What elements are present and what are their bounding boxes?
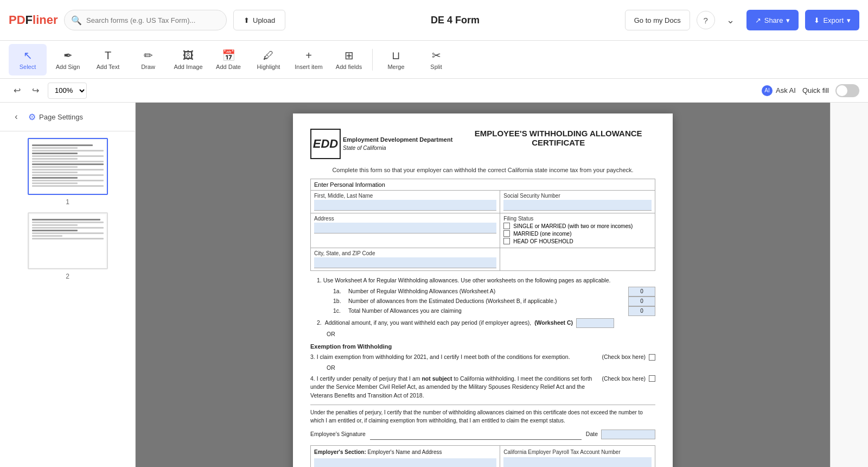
pdf-area[interactable]: EDD Employment Development Department St… (136, 103, 830, 467)
add-fields-icon: ⊞ (344, 49, 354, 62)
city-label: City, State, and ZIP Code (314, 250, 496, 256)
sidebar: ‹ ⚙ Page Settings (0, 103, 136, 467)
select-icon: ↖ (23, 49, 33, 62)
employer-section-label: Employer's Section: Employer's Name and … (314, 448, 496, 456)
bottom-right-toolbar: AI Ask AI Quick fill (762, 84, 859, 97)
search-icon: 🔍 (71, 15, 82, 26)
insert-item-icon: + (305, 49, 312, 62)
form-body: 1. Use Worksheet A for Regular Withholdi… (310, 276, 655, 467)
add-fields-button[interactable]: ⊞ Add fields (330, 44, 368, 75)
filing-married-checkbox[interactable] (503, 230, 510, 237)
filing-single-row: SINGLE or MARRIED (with two or more inco… (503, 223, 652, 229)
logo: PDFliner (9, 10, 58, 30)
split-button[interactable]: ✂ Split (417, 44, 455, 75)
item1c-input[interactable]: 0 (628, 306, 655, 316)
item3-checkbox[interactable] (649, 354, 655, 361)
topbar-right: Go to my Docs ? ⌄ ↗ Share ▾ ⬇ Export ▾ (625, 10, 859, 30)
ssn-input[interactable] (503, 200, 652, 211)
draw-button[interactable]: ✏ Draw (129, 44, 167, 75)
highlight-icon: 🖊 (263, 49, 274, 62)
search-input[interactable] (86, 16, 220, 24)
doc-title: DE 4 Form (292, 15, 618, 26)
ssn-label: Social Security Number (503, 193, 652, 199)
topbar: PDFliner 🔍 ⬆ Upload DE 4 Form Go to my D… (0, 0, 868, 41)
employer-name-input[interactable] (314, 458, 496, 467)
signature-row: Employee's Signature Date (310, 429, 655, 440)
item2-input[interactable] (576, 318, 614, 328)
upload-button[interactable]: ⬆ Upload (233, 10, 285, 30)
add-sign-button[interactable]: ✒ Add Sign (49, 44, 87, 75)
toolbar: ↖ Select ✒ Add Sign T Add Text ✏ Draw 🖼 … (0, 41, 868, 79)
date-label: Date (586, 430, 598, 439)
filing-single-checkbox[interactable] (503, 223, 510, 229)
select-tool-button[interactable]: ↖ Select (9, 44, 47, 75)
draw-icon: ✏ (144, 49, 153, 62)
item3-check-area: (Check box here) (602, 353, 655, 362)
search-box[interactable]: 🔍 (64, 10, 227, 30)
filing-single-label: SINGLE or MARRIED (with two or more inco… (513, 223, 633, 229)
export-button[interactable]: ⬇ Export ▾ (805, 10, 859, 30)
address-input[interactable] (314, 223, 496, 234)
insert-item-button[interactable]: + Insert item (290, 44, 328, 75)
merge-button[interactable]: ⊔ Merge (377, 44, 415, 75)
sig-line[interactable] (370, 429, 582, 440)
address-label: Address (314, 216, 496, 222)
expand-button[interactable]: ⌄ (722, 11, 740, 29)
edd-logo-box: EDD (310, 129, 341, 159)
item3-or: OR (327, 364, 655, 373)
personal-info-table: Enter Personal Information First, Middle… (310, 179, 655, 271)
share-icon: ↗ (755, 16, 761, 24)
city-input[interactable] (314, 257, 496, 268)
item1b-label: Number of allowances from the Estimated … (348, 297, 624, 306)
item4-checkbox[interactable] (649, 375, 655, 382)
help-button[interactable]: ? (697, 11, 715, 29)
edd-logo: EDD Employment Development Department St… (310, 129, 452, 159)
form-header: EDD Employment Development Department St… (310, 129, 655, 159)
export-icon: ⬇ (814, 16, 820, 24)
page-settings-button[interactable]: ⚙ Page Settings (28, 112, 83, 122)
item1c-label: Total Number of Allowances you are claim… (348, 307, 624, 315)
item1a-input[interactable]: 0 (628, 287, 655, 296)
main-content: ‹ ⚙ Page Settings (0, 103, 868, 467)
zoom-select[interactable]: 100% 75% 150% (48, 83, 87, 99)
add-image-icon: 🖼 (183, 49, 194, 62)
edd-text: Employment Development Department State … (343, 136, 452, 152)
go-to-docs-button[interactable]: Go to my Docs (625, 10, 690, 30)
settings-icon: ⚙ (28, 112, 36, 122)
page-num-1: 1 (66, 198, 69, 206)
item2-or: OR (327, 330, 655, 339)
add-text-icon: T (105, 49, 111, 62)
right-panel (830, 103, 868, 467)
date-input[interactable] (601, 430, 655, 439)
collapse-sidebar-button[interactable]: ‹ (9, 109, 24, 124)
item1b-input[interactable]: 0 (628, 296, 655, 306)
item4-check-area: (Check box here) (602, 375, 655, 383)
page-thumbnail-2[interactable]: 2 (7, 212, 129, 280)
bottom-toolbar: ↩ ↪ 100% 75% 150% AI Ask AI Quick fill (0, 79, 868, 103)
quick-fill-toggle[interactable] (835, 84, 859, 97)
form-title: EMPLOYEE'S WITHHOLDING ALLOWANCE CERTIFI… (461, 129, 655, 147)
item4: 4. I certify under penalty of perjury th… (310, 375, 655, 400)
page-thumbnail-1[interactable]: 1 (7, 138, 129, 206)
employer-tax-input[interactable] (503, 457, 652, 467)
ai-icon: AI (762, 85, 773, 96)
highlight-button[interactable]: 🖊 Highlight (250, 44, 288, 75)
employer-table: Employer's Section: Employer's Name and … (310, 445, 655, 467)
undo-button[interactable]: ↩ (9, 83, 25, 99)
name-input[interactable] (314, 200, 496, 211)
add-text-button[interactable]: T Add Text (89, 44, 127, 75)
item2: 2. Additional amount, if any, you want w… (317, 318, 655, 328)
filing-hoh-checkbox[interactable] (503, 238, 510, 244)
sidebar-header: ‹ ⚙ Page Settings (0, 103, 135, 131)
filing-hoh-row: HEAD OF HOUSEHOLD (503, 238, 652, 244)
form-subtitle: Complete this form so that your employer… (310, 167, 655, 173)
redo-button[interactable]: ↪ (27, 83, 43, 99)
share-chevron-icon: ▾ (786, 16, 790, 24)
filing-hoh-label: HEAD OF HOUSEHOLD (513, 238, 573, 244)
ask-ai-button[interactable]: AI Ask AI (762, 85, 796, 96)
share-button[interactable]: ↗ Share ▾ (746, 10, 799, 30)
add-date-button[interactable]: 📅 Add Date (209, 44, 247, 75)
split-icon: ✂ (432, 49, 441, 62)
add-image-button[interactable]: 🖼 Add Image (169, 44, 207, 75)
sig-label: Employee's Signature (310, 430, 366, 439)
